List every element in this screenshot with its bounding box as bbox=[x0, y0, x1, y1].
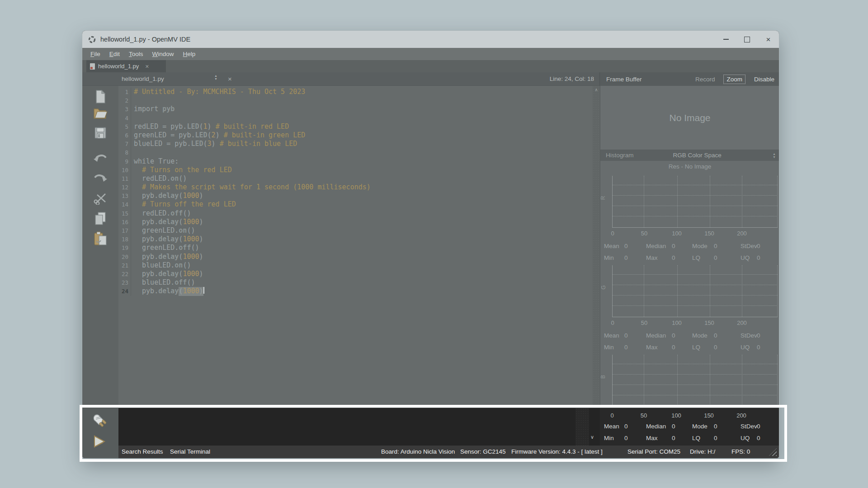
maximize-button[interactable] bbox=[736, 31, 758, 48]
status-fps: FPS: 0 bbox=[731, 448, 750, 455]
minimize-icon bbox=[723, 39, 729, 40]
line-number: 23 bbox=[118, 278, 131, 287]
terminal-scrollbar[interactable] bbox=[576, 408, 589, 446]
menu-edit[interactable]: Edit bbox=[105, 51, 124, 57]
stats-g-row1: Mean0Median0Mode0StDev0 bbox=[600, 332, 779, 341]
line-number: 17 bbox=[118, 226, 131, 235]
line-number: 7 bbox=[118, 140, 131, 148]
serial-terminal-panel[interactable]: ∨ bbox=[118, 408, 600, 446]
spin-down-icon: ▼ bbox=[773, 155, 776, 159]
line-number: 6 bbox=[118, 131, 131, 140]
undo-button[interactable] bbox=[92, 150, 108, 166]
line-number: 5 bbox=[118, 122, 131, 131]
close-icon: × bbox=[766, 36, 771, 43]
save-file-button[interactable] bbox=[92, 125, 108, 141]
connect-button[interactable] bbox=[91, 413, 108, 429]
code-line: 5redLED = pyb.LED(1) # built-in red LED bbox=[118, 122, 593, 131]
line-number: 22 bbox=[118, 270, 131, 278]
maximize-icon bbox=[744, 37, 750, 42]
open-folder-icon bbox=[93, 106, 108, 120]
tabbar: helloworld_1.py × bbox=[82, 60, 779, 72]
line-number: 13 bbox=[118, 192, 131, 200]
minimize-button[interactable] bbox=[715, 31, 736, 48]
new-file-icon bbox=[94, 90, 106, 103]
menu-help[interactable]: Help bbox=[179, 51, 200, 57]
menu-tools[interactable]: Tools bbox=[124, 51, 148, 57]
paste-icon bbox=[94, 231, 107, 246]
scroll-down-icon[interactable]: ∨ bbox=[590, 434, 594, 440]
code-line: 15 redLED.off() bbox=[118, 209, 593, 218]
plot-area-g bbox=[612, 265, 778, 317]
editor-vertical-scrollbar[interactable]: ∧ bbox=[593, 86, 600, 405]
tab-close-icon[interactable]: × bbox=[145, 63, 149, 70]
disable-button[interactable]: Disable bbox=[751, 75, 777, 84]
tab-helloworld[interactable]: helloworld_1.py × bbox=[86, 60, 166, 72]
spin-down-icon: ▼ bbox=[214, 77, 217, 80]
histogram-header: Histogram RGB Color Space ▲ ▼ bbox=[600, 150, 779, 161]
line-number: 4 bbox=[118, 114, 131, 122]
tab-serial-terminal[interactable]: Serial Terminal bbox=[170, 448, 210, 455]
code-editor[interactable]: 1# Untitled - By: MCMCHRIS - Thu Oct 5 2… bbox=[118, 86, 593, 405]
zoom-button[interactable]: Zoom bbox=[723, 75, 745, 84]
code-line: 16 pyb.delay(1000) bbox=[118, 218, 593, 226]
document-toolbar: helloworld_1.py ▲ ▼ × Line: 24, Col: 18 … bbox=[82, 72, 779, 86]
new-file-button[interactable] bbox=[92, 89, 108, 105]
code-line: 6greenLED = pyb.LED(2) # built-in green … bbox=[118, 131, 593, 140]
line-number: 16 bbox=[118, 218, 131, 226]
cut-button[interactable] bbox=[92, 190, 108, 206]
status-drive: Drive: H:/ bbox=[690, 448, 715, 455]
line-number: 1 bbox=[118, 88, 131, 96]
spin-up-icon: ▲ bbox=[773, 152, 776, 155]
run-script-button[interactable] bbox=[91, 433, 108, 450]
document-name[interactable]: helloworld_1.py bbox=[122, 75, 164, 82]
record-button[interactable]: Record bbox=[693, 75, 718, 84]
histogram-chart-b: B bbox=[600, 351, 779, 405]
line-col-indicator: Line: 24, Col: 18 bbox=[550, 75, 594, 82]
histogram-title: Histogram bbox=[606, 152, 634, 159]
channel-label-g: G bbox=[600, 285, 607, 289]
tab-label: helloworld_1.py bbox=[98, 63, 139, 70]
line-number: 14 bbox=[118, 200, 131, 209]
paste-button[interactable] bbox=[92, 230, 108, 247]
no-image-placeholder: No Image bbox=[669, 113, 710, 123]
python-file-icon bbox=[90, 63, 95, 70]
line-number: 21 bbox=[118, 261, 131, 270]
undo-icon bbox=[93, 152, 108, 164]
stats-r-row2: Min0Max0LQ0UQ0 bbox=[600, 254, 779, 263]
code-line: 8 bbox=[118, 148, 593, 157]
scroll-up-icon[interactable]: ∧ bbox=[593, 87, 600, 92]
code-line: 23 blueLED.off() bbox=[118, 278, 593, 287]
channel-label-r: R bbox=[600, 196, 606, 200]
scissors-icon bbox=[94, 191, 107, 205]
menu-file[interactable]: File bbox=[86, 51, 105, 57]
line-number: 10 bbox=[118, 166, 131, 174]
close-button[interactable]: × bbox=[758, 31, 779, 48]
x-axis-ticks-g: 050100150200 bbox=[600, 319, 779, 328]
line-number: 12 bbox=[118, 183, 131, 192]
redo-button[interactable] bbox=[92, 170, 108, 186]
line-number: 15 bbox=[118, 209, 131, 218]
line-number: 19 bbox=[118, 244, 131, 252]
titlebar: helloworld_1.py - OpenMV IDE × bbox=[82, 31, 779, 48]
line-number: 9 bbox=[118, 157, 131, 166]
save-icon bbox=[94, 127, 107, 139]
code-line: 22 pyb.delay(1000) bbox=[118, 270, 593, 278]
code-line: 24 pyb.delay(1000) bbox=[118, 287, 593, 296]
status-board: Board: Arduino Nicla Vision bbox=[381, 448, 455, 455]
menu-window[interactable]: Window bbox=[148, 51, 179, 57]
document-close-icon[interactable]: × bbox=[228, 75, 232, 83]
openmv-ide-window: helloworld_1.py - OpenMV IDE × FileEditT… bbox=[82, 30, 779, 459]
color-space-select[interactable]: RGB Color Space bbox=[673, 152, 721, 159]
copy-button[interactable] bbox=[92, 211, 108, 227]
open-file-button[interactable] bbox=[92, 105, 108, 121]
resize-grip[interactable] bbox=[769, 448, 777, 456]
frame-buffer-view: No Image bbox=[600, 86, 779, 150]
color-space-spin-icon[interactable]: ▲ ▼ bbox=[773, 152, 776, 159]
document-switcher-icon[interactable]: ▲ ▼ bbox=[214, 74, 217, 80]
code-line: 21 blueLED.on() bbox=[118, 261, 593, 270]
line-number: 20 bbox=[118, 253, 131, 261]
code-line: 10 # Turns on the red LED bbox=[118, 166, 593, 174]
line-number: 11 bbox=[118, 174, 131, 183]
tab-search-results[interactable]: Search Results bbox=[122, 448, 163, 455]
code-line: 3import pyb bbox=[118, 105, 593, 113]
